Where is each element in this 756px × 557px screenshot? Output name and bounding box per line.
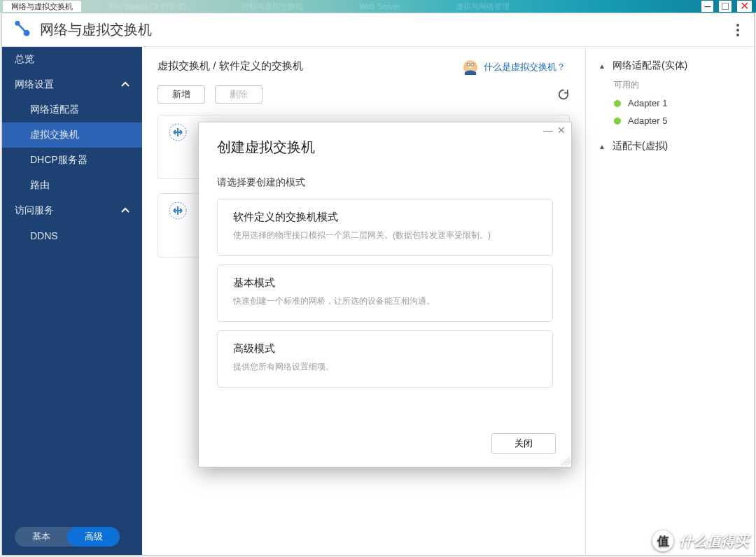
option-desc: 快速创建一个标准的网桥，让所选的设备能互相沟通。 [233,295,537,307]
resize-handle-icon[interactable] [561,457,570,465]
desktop-taskbar: 网络与虚拟交换机 File Station (文档管理) 控制与虚拟交换机 We… [0,0,756,13]
option-title: 基本模式 [233,276,537,290]
window-minimize-icon[interactable]: – [701,1,713,12]
taskbar-task-faint[interactable]: File Station (文档管理) [81,1,214,12]
taskbar-task-active[interactable]: 网络与虚拟交换机 [3,1,81,12]
taskbar-task-faint[interactable]: 虚拟与网络管理 [428,1,538,12]
taskbar-task-faint[interactable]: Web Server [331,2,428,10]
create-vswitch-modal: — ✕ 创建虚拟交换机 请选择要创建的模式 软件定义的交换机模式 使用选择的物理… [198,122,572,467]
option-desc: 提供您所有网络设置细项。 [233,361,537,373]
option-desc: 使用选择的物理接口模拟一个第二层网关。(数据包转发速率受限制。) [233,230,537,241]
option-title: 软件定义的交换机模式 [233,211,537,224]
modal-close-icon[interactable]: ✕ [557,125,566,135]
window-close-icon[interactable]: ✕ [737,1,752,12]
modal-close-button[interactable]: 关闭 [491,433,556,454]
modal-minimize-icon[interactable]: — [543,125,553,135]
modal-subtitle: 请选择要创建的模式 [199,157,571,199]
taskbar-task-faint[interactable]: 控制与虚拟交换机 [214,1,331,12]
option-advanced[interactable]: 高级模式 提供您所有网络设置细项。 [217,330,553,388]
option-basic[interactable]: 基本模式 快速创建一个标准的网桥，让所选的设备能互相沟通。 [217,265,553,322]
option-title: 高级模式 [233,342,537,355]
option-software-defined[interactable]: 软件定义的交换机模式 使用选择的物理接口模拟一个第二层网关。(数据包转发速率受限… [217,199,553,256]
modal-title: 创建虚拟交换机 [199,135,571,157]
app-window: 网络与虚拟交换机 总览 网络设置 网络适配器 虚拟交换机 DHCP服务器 路由 … [1,13,755,556]
window-maximize-icon[interactable]: □ [719,1,732,12]
